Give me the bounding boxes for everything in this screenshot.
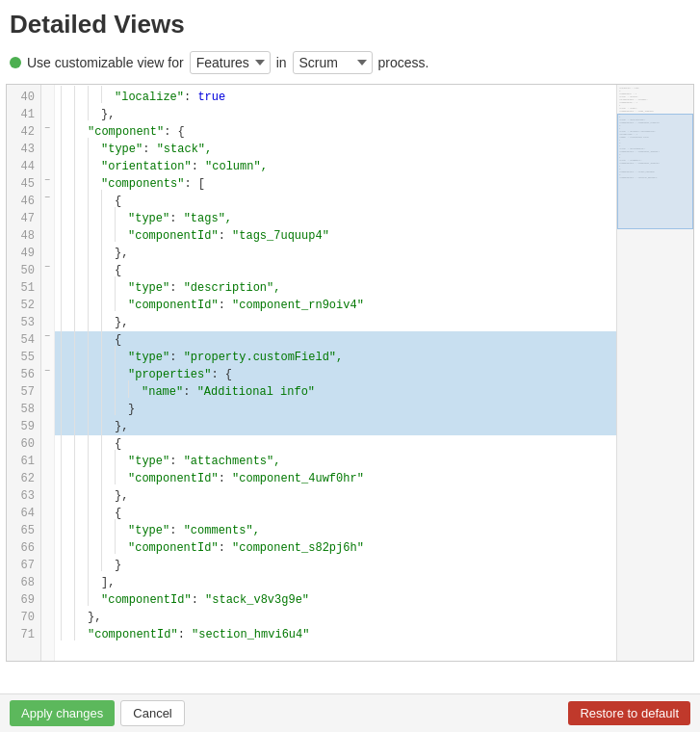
indent-guide (61, 623, 74, 640)
fold-marker (41, 223, 54, 241)
indent-guide (115, 346, 128, 363)
indent-guide (88, 467, 101, 484)
indent-guide (115, 536, 128, 554)
code-line[interactable]: }, (55, 609, 616, 626)
page-wrapper: Detailed Views Use customizable view for… (0, 0, 700, 662)
indent-guide (74, 536, 88, 554)
line-number: 62 (7, 470, 40, 487)
code-line[interactable]: "type": "description", (55, 279, 616, 297)
indent-guide (101, 363, 115, 380)
indent-guide (61, 207, 74, 224)
code-line[interactable]: { (55, 505, 616, 522)
code-token: : (178, 626, 192, 643)
code-line[interactable]: }, (55, 314, 616, 331)
process-select[interactable]: Scrum Kanban Waterfall (293, 51, 373, 74)
line-number: 68 (7, 574, 40, 591)
code-line[interactable]: { (55, 435, 616, 453)
code-token: : (219, 539, 232, 557)
code-token: "property.customField", (184, 349, 344, 366)
apply-button[interactable]: Apply changes (10, 700, 115, 726)
fold-column: −−−−−− (41, 85, 55, 661)
code-line[interactable]: "localize": true (55, 89, 616, 106)
indent-guide (101, 224, 115, 242)
indent-guide (115, 224, 128, 242)
code-line[interactable]: "componentId": "component_4uwf0hr" (55, 470, 616, 487)
indent-guide (101, 328, 115, 346)
indent-guide (88, 536, 101, 554)
indent-guide (88, 450, 101, 467)
code-line[interactable]: }, (55, 487, 616, 505)
code-line[interactable]: "type": "stack", (55, 141, 616, 158)
code-line[interactable]: "type": "attachments", (55, 453, 616, 470)
code-line[interactable]: "componentId": "stack_v8v3g9e" (55, 591, 616, 609)
indent-guide (101, 190, 115, 207)
line-number: 61 (7, 453, 40, 470)
fold-marker[interactable]: − (41, 258, 54, 275)
minimap: "localize" : true }, "component" : { "ty… (616, 85, 693, 661)
indent-guide (74, 328, 88, 346)
code-token: "type" (128, 522, 169, 539)
line-number: 43 (7, 141, 40, 158)
code-token: } (115, 557, 121, 574)
code-token: }, (115, 418, 128, 435)
code-token: }, (115, 487, 128, 505)
fold-marker[interactable]: − (41, 119, 54, 137)
indent-guide (88, 588, 101, 606)
indent-guide (74, 623, 88, 640)
code-area[interactable]: "localize": true},"component": {"type": … (55, 85, 616, 661)
fold-marker (41, 622, 54, 640)
indent-guide (61, 224, 74, 242)
fold-marker[interactable]: − (41, 171, 54, 189)
code-line[interactable]: "component": { (55, 123, 616, 141)
fold-marker (41, 293, 54, 310)
code-line[interactable]: } (55, 557, 616, 574)
code-line[interactable]: ], (55, 574, 616, 591)
indent-guide (74, 259, 88, 276)
indent-guide (88, 311, 101, 328)
line-numbers: 4041424344454647484950515253545556575859… (7, 85, 41, 661)
in-label: in (276, 55, 287, 70)
code-token: "type" (128, 279, 169, 297)
code-token: }, (115, 245, 128, 262)
code-token: "componentId" (128, 227, 219, 245)
code-line[interactable]: "name": "Additional info" (55, 383, 616, 401)
code-line[interactable]: "components": [ (55, 175, 616, 193)
restore-button[interactable]: Restore to default (568, 701, 690, 725)
code-line[interactable]: "componentId": "tags_7uquup4" (55, 227, 616, 245)
indent-guide (74, 190, 88, 207)
indent-guide (61, 259, 74, 276)
code-line[interactable]: "componentId": "component_s82pj6h" (55, 539, 616, 557)
code-line[interactable]: "type": "tags", (55, 210, 616, 227)
indent-guide (101, 519, 115, 536)
indent-guide (61, 328, 74, 346)
code-line[interactable]: "type": "property.customField", (55, 349, 616, 366)
code-line[interactable]: }, (55, 245, 616, 262)
fold-marker[interactable]: − (41, 189, 54, 206)
indent-guide (61, 276, 74, 294)
indent-guide (61, 346, 74, 363)
indent-guide (61, 155, 74, 172)
code-token: : (219, 297, 232, 314)
code-line[interactable]: "type": "comments", (55, 522, 616, 539)
code-line[interactable]: }, (55, 106, 616, 123)
view-for-select[interactable]: Features Tasks Bugs Stories (190, 51, 271, 74)
indent-guide (101, 311, 115, 328)
indent-guide (74, 398, 88, 415)
code-line[interactable]: "orientation": "column", (55, 158, 616, 175)
code-line[interactable]: }, (55, 418, 616, 435)
customizable-label: Use customizable view for (27, 55, 184, 70)
code-line[interactable]: { (55, 193, 616, 210)
indent-guide (101, 276, 115, 294)
code-line[interactable]: { (55, 331, 616, 349)
indent-guide (74, 155, 88, 172)
fold-marker (41, 449, 54, 466)
indent-guide (101, 554, 115, 571)
cancel-button[interactable]: Cancel (120, 700, 184, 726)
code-token: "component_s82pj6h" (232, 539, 364, 557)
code-token: "column", (205, 158, 268, 175)
fold-marker[interactable]: − (41, 362, 54, 379)
code-line[interactable]: { (55, 262, 616, 279)
code-line[interactable]: "componentId": "section_hmvi6u4" (55, 626, 616, 643)
fold-marker[interactable]: − (41, 327, 54, 345)
code-line[interactable]: "componentId": "component_rn9oiv4" (55, 297, 616, 314)
